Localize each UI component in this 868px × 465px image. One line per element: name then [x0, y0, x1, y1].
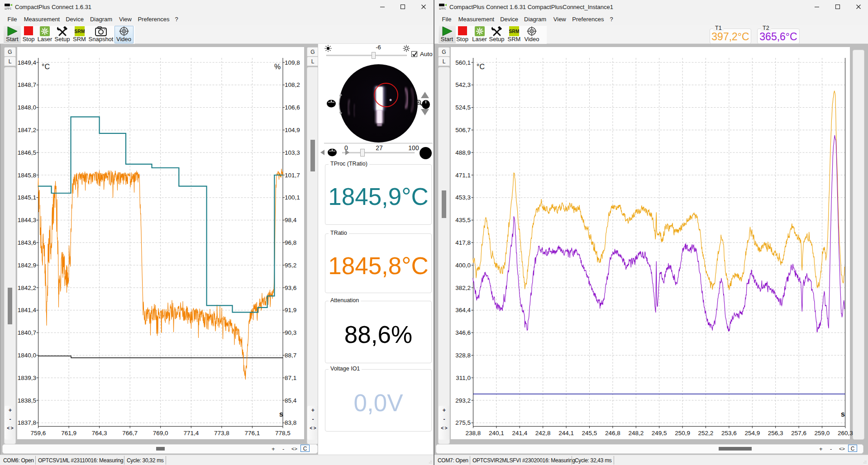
- svg-text:328,8: 328,8: [455, 352, 471, 359]
- svg-text:311,0: 311,0: [456, 375, 471, 381]
- svg-text:776,1: 776,1: [245, 430, 260, 437]
- svg-text:85,4: 85,4: [285, 397, 297, 404]
- svg-text:109,8: 109,8: [285, 59, 300, 66]
- svg-text:778,5: 778,5: [275, 430, 291, 437]
- svg-text:771,4: 771,4: [183, 430, 199, 437]
- svg-text:1848,0: 1848,0: [18, 104, 36, 111]
- svg-text:93,6: 93,6: [285, 285, 296, 291]
- svg-text:1847,2: 1847,2: [18, 127, 36, 133]
- svg-text:1842,9: 1842,9: [18, 262, 36, 269]
- svg-text:453,3: 453,3: [455, 194, 471, 201]
- svg-text:1845,1: 1845,1: [18, 194, 36, 201]
- svg-text:1844,3: 1844,3: [18, 217, 36, 223]
- svg-text:382,2: 382,2: [455, 285, 471, 291]
- svg-text:1845,8: 1845,8: [18, 172, 36, 179]
- svg-text:346,6: 346,6: [455, 329, 471, 336]
- svg-text:1837,8: 1837,8: [18, 419, 36, 426]
- svg-text:°C: °C: [477, 63, 485, 71]
- svg-text:246,8: 246,8: [605, 430, 620, 437]
- svg-text:256,3: 256,3: [768, 430, 783, 437]
- svg-text:%: %: [274, 63, 281, 71]
- svg-text:1846,5: 1846,5: [18, 149, 36, 156]
- svg-text:1840,0: 1840,0: [18, 352, 36, 359]
- svg-text:400,0: 400,0: [455, 262, 471, 269]
- svg-text:506,7: 506,7: [455, 127, 471, 133]
- svg-text:759,6: 759,6: [31, 430, 46, 437]
- svg-text:101,7: 101,7: [285, 172, 300, 179]
- svg-text:90,3: 90,3: [285, 329, 296, 336]
- svg-text:1840,7: 1840,7: [18, 329, 36, 336]
- svg-text:244,1: 244,1: [558, 430, 574, 437]
- svg-text:s: s: [841, 410, 845, 418]
- svg-text:1849,4: 1849,4: [18, 59, 37, 66]
- svg-text:245,5: 245,5: [582, 430, 597, 437]
- svg-text:106,6: 106,6: [285, 104, 300, 111]
- svg-text:257,6: 257,6: [791, 430, 806, 437]
- svg-text:104,9: 104,9: [285, 127, 300, 133]
- svg-text:1848,7: 1848,7: [18, 81, 36, 88]
- svg-text:488,9: 488,9: [455, 149, 471, 156]
- svg-text:435,5: 435,5: [455, 217, 471, 223]
- svg-text:769,0: 769,0: [153, 430, 168, 437]
- svg-text:260,3: 260,3: [838, 430, 853, 437]
- svg-text:103,3: 103,3: [285, 149, 300, 156]
- svg-text:1842,2: 1842,2: [18, 285, 36, 291]
- svg-text:773,8: 773,8: [214, 430, 229, 437]
- svg-text:°C: °C: [42, 63, 50, 71]
- svg-text:248,2: 248,2: [628, 430, 644, 437]
- svg-text:1843,6: 1843,6: [18, 239, 36, 246]
- svg-text:87,1: 87,1: [285, 375, 296, 381]
- svg-text:108,2: 108,2: [285, 81, 300, 88]
- svg-text:560,1: 560,1: [455, 59, 471, 66]
- svg-text:1838,5: 1838,5: [18, 397, 36, 404]
- svg-text:293,2: 293,2: [455, 397, 471, 404]
- svg-text:1839,3: 1839,3: [18, 375, 36, 381]
- svg-text:100,1: 100,1: [285, 194, 300, 201]
- svg-text:250,9: 250,9: [675, 430, 690, 437]
- svg-text:1841,4: 1841,4: [18, 307, 37, 313]
- svg-text:88,7: 88,7: [285, 352, 296, 359]
- svg-text:542,3: 542,3: [455, 81, 471, 88]
- svg-text:364,4: 364,4: [455, 307, 471, 313]
- svg-text:471,1: 471,1: [455, 172, 471, 179]
- svg-text:95,2: 95,2: [285, 262, 296, 269]
- svg-text:252,2: 252,2: [698, 430, 714, 437]
- svg-text:259,0: 259,0: [815, 430, 830, 437]
- svg-text:s: s: [279, 410, 283, 418]
- svg-text:766,7: 766,7: [122, 430, 138, 437]
- svg-text:238,8: 238,8: [466, 430, 481, 437]
- svg-text:253,6: 253,6: [721, 430, 737, 437]
- svg-text:240,1: 240,1: [489, 430, 504, 437]
- svg-text:254,9: 254,9: [744, 430, 760, 437]
- svg-text:417,8: 417,8: [455, 239, 471, 246]
- svg-text:96,8: 96,8: [285, 239, 296, 246]
- svg-text:241,4: 241,4: [512, 430, 527, 437]
- svg-text:83,8: 83,8: [285, 419, 296, 426]
- svg-text:761,9: 761,9: [61, 430, 76, 437]
- svg-text:524,5: 524,5: [455, 104, 471, 111]
- svg-text:98,4: 98,4: [285, 217, 297, 223]
- svg-text:242,8: 242,8: [535, 430, 551, 437]
- svg-text:764,3: 764,3: [92, 430, 107, 437]
- svg-text:275,5: 275,5: [455, 419, 471, 426]
- svg-text:249,5: 249,5: [652, 430, 667, 437]
- svg-text:91,9: 91,9: [285, 307, 296, 313]
